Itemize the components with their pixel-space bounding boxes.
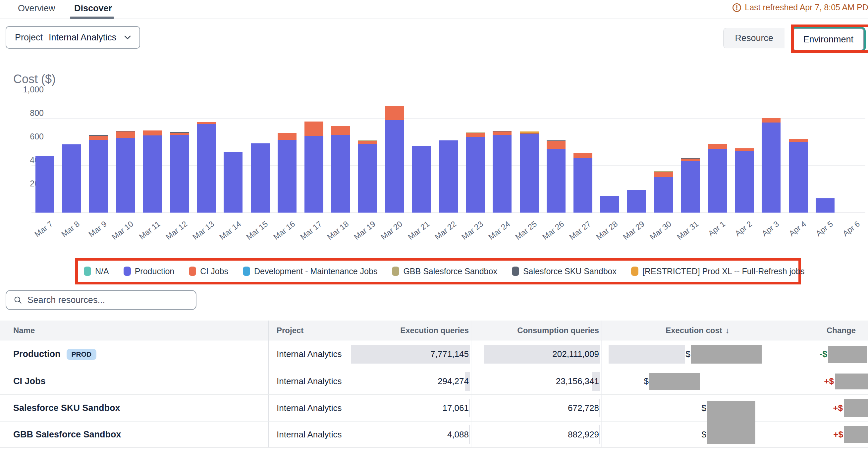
stacked-bar-mar-8[interactable]	[62, 144, 81, 213]
bar-segment[interactable]	[116, 131, 135, 138]
bar-segment[interactable]	[89, 140, 108, 213]
tab-discover[interactable]: Discover	[74, 3, 112, 13]
environment-toggle-button[interactable]: Environment	[793, 29, 864, 50]
stacked-bar-mar-23[interactable]	[466, 132, 485, 213]
bar-segment[interactable]	[574, 158, 592, 213]
header-change[interactable]: Change	[764, 321, 868, 340]
bar-segment[interactable]	[466, 133, 485, 137]
header-execution-queries[interactable]: Execution queries	[349, 321, 471, 340]
stacked-bar-apr-4[interactable]	[789, 139, 808, 213]
stacked-bar-mar-24[interactable]	[493, 131, 512, 213]
bar-segment[interactable]	[116, 138, 135, 213]
stacked-bar-mar-26[interactable]	[547, 140, 565, 213]
bar-segment[interactable]	[358, 144, 377, 213]
stacked-bar-mar-27[interactable]	[574, 153, 592, 213]
resource-toggle-button[interactable]: Resource	[723, 28, 784, 49]
bar-segment[interactable]	[493, 135, 512, 213]
bar-segment[interactable]	[35, 156, 54, 213]
bar-segment[interactable]	[385, 106, 404, 120]
legend-item[interactable]: CI Jobs	[189, 266, 228, 276]
table-row[interactable]: ProductionPRODInternal Analytics7,771,14…	[0, 341, 868, 368]
bar-segment[interactable]	[708, 144, 727, 149]
bar-segment[interactable]	[735, 148, 754, 152]
sort-descending-icon[interactable]: ↓	[725, 326, 730, 335]
stacked-bar-apr-2[interactable]	[735, 148, 754, 213]
stacked-bar-mar-25[interactable]	[520, 131, 539, 213]
stacked-bar-mar-9[interactable]	[89, 135, 108, 213]
bar-segment[interactable]	[224, 152, 243, 213]
stacked-bar-mar-17[interactable]	[305, 122, 323, 213]
bar-segment[interactable]	[170, 135, 189, 213]
bar-segment[interactable]	[170, 133, 189, 135]
bar-segment[interactable]	[385, 120, 404, 213]
table-row[interactable]: CI JobsInternal Analytics294,27423,156,3…	[0, 368, 868, 395]
stacked-bar-mar-7[interactable]	[35, 156, 54, 213]
stacked-bar-mar-16[interactable]	[278, 133, 297, 213]
bar-segment[interactable]	[762, 118, 780, 123]
stacked-bar-mar-19[interactable]	[358, 140, 377, 213]
stacked-bar-mar-29[interactable]	[627, 190, 646, 213]
bar-segment[interactable]	[681, 161, 700, 213]
bar-segment[interactable]	[762, 123, 780, 213]
bar-segment[interactable]	[574, 153, 592, 158]
bar-segment[interactable]	[466, 137, 485, 213]
stacked-bar-mar-14[interactable]	[224, 152, 243, 213]
stacked-bar-mar-11[interactable]	[143, 130, 162, 213]
legend-item[interactable]: Salesforce SKU Sandbox	[512, 266, 617, 276]
header-name[interactable]: Name	[0, 321, 268, 340]
legend-item[interactable]: GBB Salesforce Sandbox	[392, 266, 497, 276]
bar-segment[interactable]	[305, 136, 323, 213]
bar-segment[interactable]	[520, 134, 539, 213]
bar-segment[interactable]	[654, 172, 673, 177]
bar-segment[interactable]	[197, 124, 216, 213]
bar-segment[interactable]	[708, 149, 727, 213]
bar-segment[interactable]	[89, 136, 108, 140]
legend-item[interactable]: Production	[124, 266, 175, 276]
stacked-bar-mar-30[interactable]	[654, 171, 673, 213]
bar-segment[interactable]	[143, 135, 162, 213]
stacked-bar-mar-18[interactable]	[331, 126, 350, 213]
bar-segment[interactable]	[654, 177, 673, 213]
bar-segment[interactable]	[681, 159, 700, 161]
bar-segment[interactable]	[600, 196, 619, 213]
bar-segment[interactable]	[197, 122, 216, 124]
legend-item[interactable]: N/A	[84, 266, 109, 276]
bar-segment[interactable]	[358, 141, 377, 144]
stacked-bar-mar-15[interactable]	[251, 143, 270, 213]
stacked-bar-mar-13[interactable]	[197, 122, 216, 213]
stacked-bar-mar-10[interactable]	[116, 131, 135, 213]
bar-segment[interactable]	[493, 131, 512, 135]
stacked-bar-apr-3[interactable]	[762, 118, 780, 213]
header-consumption-queries[interactable]: Consumption queries	[471, 321, 601, 340]
search-input[interactable]	[28, 295, 188, 305]
bar-segment[interactable]	[439, 140, 458, 213]
bar-segment[interactable]	[547, 149, 565, 213]
bar-segment[interactable]	[143, 130, 162, 136]
stacked-bar-mar-21[interactable]	[412, 146, 431, 213]
bar-segment[interactable]	[331, 135, 350, 213]
project-filter-dropdown[interactable]: Project Internal Analytics	[6, 26, 140, 49]
bar-segment[interactable]	[735, 151, 754, 213]
bar-segment[interactable]	[789, 139, 808, 142]
stacked-bar-apr-5[interactable]	[816, 198, 835, 213]
bar-segment[interactable]	[278, 140, 297, 213]
stacked-bar-mar-12[interactable]	[170, 132, 189, 213]
bar-segment[interactable]	[816, 198, 835, 213]
stacked-bar-mar-31[interactable]	[681, 158, 700, 213]
stacked-bar-mar-28[interactable]	[600, 196, 619, 213]
bar-segment[interactable]	[627, 190, 646, 213]
stacked-bar-apr-1[interactable]	[708, 144, 727, 213]
bar-segment[interactable]	[251, 143, 270, 213]
bar-segment[interactable]	[62, 144, 81, 213]
stacked-bar-mar-20[interactable]	[385, 106, 404, 213]
legend-item[interactable]: [RESTRICTED] Prod XL -- Full-Refresh job…	[631, 266, 804, 276]
tab-overview[interactable]: Overview	[18, 3, 55, 13]
legend-item[interactable]: Development - Maintenance Jobs	[243, 266, 377, 276]
bar-segment[interactable]	[412, 146, 431, 213]
bar-segment[interactable]	[789, 142, 808, 213]
bar-segment[interactable]	[278, 133, 297, 140]
stacked-bar-mar-22[interactable]	[439, 140, 458, 213]
header-execution-cost[interactable]: Execution cost ↓	[601, 321, 764, 340]
header-project[interactable]: Project	[268, 321, 349, 340]
bar-segment[interactable]	[305, 122, 323, 136]
